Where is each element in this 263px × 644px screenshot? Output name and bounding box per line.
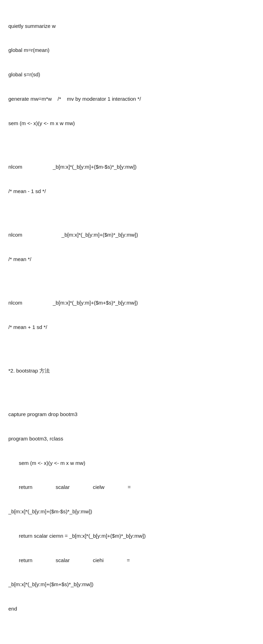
line-16: return scalar cielw = <box>8 483 255 491</box>
line-15: sem (m <- x)(y <- m x w mw) <box>8 459 255 467</box>
line-3: global s=r(sd) <box>8 70 255 78</box>
line-13: capture program drop bootm3 <box>8 410 255 418</box>
line-11: /* mean + 1 sd */ <box>8 323 255 331</box>
line-14: program bootm3, rclass <box>8 435 255 443</box>
line-19: return scalar ciehi = <box>8 556 255 564</box>
line-12: *2. bootstrap 方法 <box>8 367 255 375</box>
spacer-5 <box>8 391 255 394</box>
spacer-1 <box>8 143 255 146</box>
line-5: sem (m <- x)(y <- m x w mw) <box>8 119 255 127</box>
line-8: nlcom _b[m:x]*(_b[y:m]+($m)*_b[y:mw]) <box>8 231 255 239</box>
line-1: quietly summarize w <box>8 22 255 30</box>
spacer-3 <box>8 279 255 282</box>
line-18: return scalar ciemn = _b[m:x]*(_b[y:m]+(… <box>8 532 255 540</box>
line-7: /* mean - 1 sd */ <box>8 187 255 195</box>
spacer-2 <box>8 211 255 214</box>
line-6: nlcom _b[m:x]*(_b[y:m]+($m-$s)*_b[y:mw]) <box>8 163 255 171</box>
line-4: generate mw=m*w /* mv by moderator 1 int… <box>8 95 255 103</box>
line-17: _b[m:x]*(_b[y:m]+($m-$s)*_b[y:mw]) <box>8 507 255 515</box>
spacer-6 <box>8 629 255 632</box>
line-21: end <box>8 605 255 613</box>
line-2: global m=r(mean) <box>8 46 255 54</box>
line-9: /* mean */ <box>8 255 255 263</box>
code-content: quietly summarize w global m=r(mean) glo… <box>8 6 255 644</box>
line-10: nlcom _b[m:x]*(_b[y:m]+($m+$s)*_b[y:mw]) <box>8 299 255 307</box>
line-20: _b[m:x]*(_b[y:m]+($m+$s)*_b[y:mw]) <box>8 580 255 588</box>
spacer-4 <box>8 347 255 350</box>
